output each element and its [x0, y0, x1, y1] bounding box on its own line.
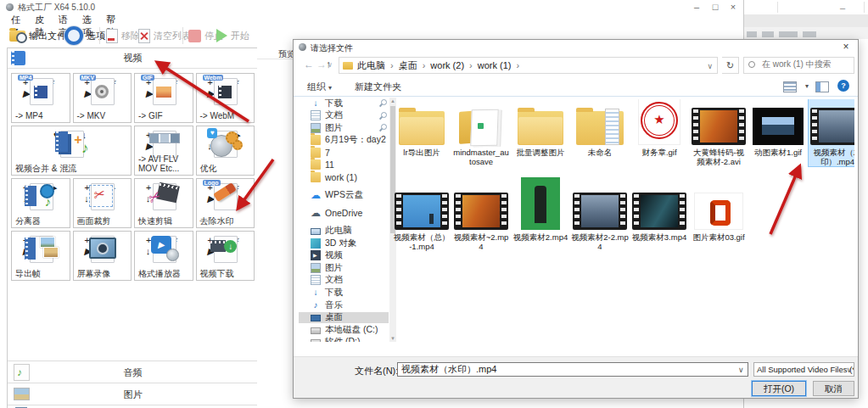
sidebar-item[interactable]: 下载	[299, 98, 389, 109]
file-tile[interactable]: 视频素材3.mp4	[630, 174, 688, 251]
search-input[interactable]	[760, 59, 853, 70]
title-bar: 格式工厂 X64 5.10.0 – □ ×	[0, 0, 743, 14]
file-tile[interactable]: 财务章.gif	[630, 99, 688, 166]
sidebar-item-label: 本地磁盘 (C:)	[325, 324, 378, 336]
breadcrumb-segment[interactable]: 桌面	[399, 59, 417, 72]
file-name: 视频素材（水印）.mp4	[809, 148, 854, 166]
tile-label: 视频下载	[200, 269, 253, 278]
sidebar-item[interactable]: 下载	[299, 288, 389, 299]
file-tile[interactable]: 视频素材~2.mp4	[452, 174, 510, 251]
sidebar-item-icon	[311, 238, 321, 249]
sidebar-item-label: 视频	[325, 249, 343, 261]
sidebar-item[interactable]: 图片	[299, 122, 389, 133]
tool-tile[interactable]: GIF + ♪ ♥ ✂	[134, 73, 193, 123]
cancel-button[interactable]: 取消	[813, 381, 854, 396]
new-folder-button[interactable]: 新建文件夹	[355, 81, 401, 93]
search-box[interactable]	[743, 57, 854, 74]
tile-icon: + ♪ ♥ ✂	[23, 182, 59, 211]
tool-tile[interactable]: Logo + ♪ ♥	[196, 178, 255, 228]
sidebar-item-icon	[311, 339, 321, 342]
reel-shape	[40, 184, 54, 198]
tool-tile[interactable]: + ♪ ♥ ✂	[11, 178, 70, 228]
thumbnail-scene	[462, 195, 500, 227]
view-dropdown-icon[interactable]: ▾	[805, 82, 809, 90]
file-tile[interactable]: 图片素材03.gif	[690, 174, 748, 251]
file-thumbnail	[571, 99, 629, 145]
file-tile[interactable]: 批量调整图片	[512, 99, 569, 166]
breadcrumb-dropdown-icon[interactable]: ∨	[707, 62, 713, 70]
window-title: 格式工厂 X64 5.10.0	[18, 2, 95, 14]
sidebar-item[interactable]: 此电脑	[299, 226, 389, 237]
tool-tile[interactable]: + ♪ ♥ ✂	[11, 231, 70, 281]
maximize-button[interactable]: □	[708, 1, 723, 13]
sidebar-item-label: 下载	[325, 98, 343, 109]
file-tile[interactable]: 视频素材（水印）.mp4	[809, 99, 854, 166]
breadcrumb-bar[interactable]: 此电脑 › 桌面 › work (2) › work (1) › ∨	[339, 57, 718, 74]
sidebar-item[interactable]: 本地磁盘 (C:)	[299, 324, 389, 335]
tool-tile[interactable]: + ♪ ♥ ✂	[134, 126, 193, 176]
remove-button[interactable]: 移除	[106, 25, 140, 46]
tile-icon: + ♪ ♥ ✂	[23, 235, 59, 264]
sidebar-item[interactable]: WPS云盘	[299, 190, 389, 201]
view-mode-icon[interactable]	[783, 81, 797, 92]
tool-tile[interactable]: Webm + ♪ ♥	[196, 73, 255, 123]
sidebar-item[interactable]: 图片	[299, 262, 389, 273]
section-picture[interactable]: 图片	[8, 383, 258, 405]
panel-header[interactable]: 视频	[8, 48, 258, 69]
file-tile[interactable]: lr导出图片	[393, 99, 451, 166]
sidebar-item[interactable]: OneDrive	[299, 208, 389, 219]
open-button[interactable]: 打开(O)	[752, 381, 806, 396]
file-tile[interactable]: 视频素材2.mp4	[512, 174, 569, 251]
sidebar-item[interactable]: 6月19号：day2	[299, 135, 389, 146]
file-tile[interactable]: 动图素材1.gif	[749, 99, 807, 166]
sidebar-item[interactable]: work (1)	[299, 172, 389, 183]
organize-button[interactable]: 组织 ▾	[307, 81, 332, 93]
sidebar-item[interactable]: 3D 对象	[299, 238, 389, 249]
tool-tile[interactable]: + ♪ ♥ ✂	[73, 231, 132, 281]
sidebar-item[interactable]: 桌面	[299, 312, 389, 323]
filetype-select[interactable]: All Supported Video Files (*. ∨	[753, 362, 854, 377]
start-button[interactable]: 开始	[216, 25, 249, 46]
sidebar-item[interactable]: 文档	[299, 275, 389, 286]
help-button[interactable]: ?	[837, 80, 849, 92]
sidebar-item[interactable]: 文档	[299, 110, 389, 121]
tool-tile[interactable]: MP4 + ♪ ♥ ✂	[11, 73, 70, 123]
tool-tile[interactable]: + ♪ ♥ ✂	[196, 231, 255, 281]
tool-tile[interactable]: + ♪ ♥ ✂	[134, 178, 193, 228]
sidebar-item[interactable]: 音乐	[299, 299, 389, 310]
sidebar-item-icon	[311, 123, 321, 133]
dialog-close-button[interactable]: ×	[839, 41, 853, 53]
minimize-icon[interactable]: –	[840, 3, 845, 13]
up-button[interactable]: ↑	[326, 59, 331, 70]
file-tile[interactable]: 视频素材（总）-1.mp4	[393, 174, 451, 251]
breadcrumb-segment[interactable]: 此电脑	[357, 59, 385, 72]
file-tile[interactable]: 大黄蜂转码-视频素材-2.avi	[690, 99, 748, 166]
minimize-button[interactable]: –	[689, 1, 704, 13]
sidebar-item[interactable]: 软件 (D:)	[299, 337, 389, 342]
sidebar-item[interactable]: 7	[299, 147, 389, 158]
tile-icon: + ♪ ♥ ✂	[84, 182, 120, 211]
file-tile[interactable]: 未命名	[571, 99, 629, 166]
panel-header-label: 视频	[8, 52, 258, 64]
filename-dropdown-icon[interactable]: ∨	[738, 366, 744, 374]
section-audio[interactable]: 音频	[8, 360, 258, 383]
thumbnail-scene	[700, 110, 737, 143]
file-tile[interactable]: 视频素材2-2.mp4	[571, 174, 629, 251]
sidebar-item[interactable]: 11	[299, 159, 389, 170]
preview-pane-icon[interactable]	[815, 81, 829, 92]
close-button[interactable]: ×	[725, 1, 741, 13]
back-button[interactable]: ←	[304, 59, 314, 70]
tool-tile[interactable]: + ♪ ♥ ✂	[196, 126, 255, 176]
file-name: 视频素材~2.mp4	[452, 232, 510, 251]
file-tile[interactable]: mindmaster_autosave	[452, 99, 510, 166]
breadcrumb-segment[interactable]: work (1)	[478, 60, 512, 70]
tool-tile[interactable]: + ♪ ♥ ✂	[73, 178, 132, 228]
tool-tile[interactable]: MKV + ♪ ♥ ✂	[73, 73, 132, 123]
tool-tile[interactable]: + ♪ ♥ ✂	[134, 231, 193, 281]
filename-input[interactable]	[397, 362, 748, 377]
tool-tile[interactable]: + ♪ ♥ ✂	[11, 126, 132, 176]
tile-badge: MP4	[18, 75, 33, 81]
breadcrumb-segment[interactable]: work (2)	[430, 60, 464, 70]
sidebar-item[interactable]: 视频	[299, 250, 389, 261]
refresh-button[interactable]: ↻	[722, 57, 739, 74]
